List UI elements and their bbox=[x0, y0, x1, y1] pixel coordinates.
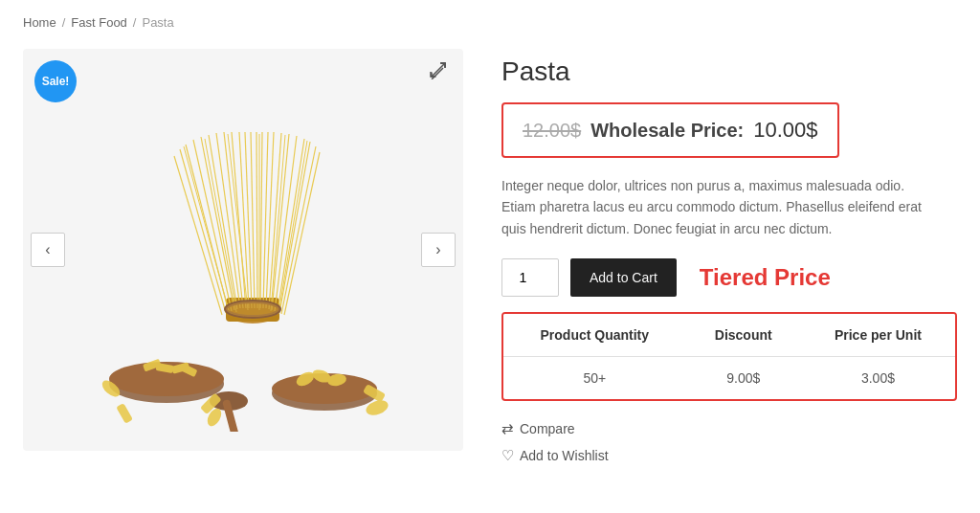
breadcrumb-sep-2: / bbox=[133, 15, 137, 30]
svg-point-47 bbox=[226, 301, 279, 317]
product-title: Pasta bbox=[501, 56, 957, 87]
compare-label: Compare bbox=[520, 421, 575, 436]
add-to-cart-row: Add to Cart Tiered Price bbox=[501, 258, 957, 297]
expand-icon[interactable] bbox=[429, 60, 452, 83]
wishlist-label: Add to Wishlist bbox=[520, 448, 609, 463]
quantity-input[interactable] bbox=[501, 258, 559, 297]
current-price: 10.00$ bbox=[753, 118, 817, 143]
breadcrumb-current: Pasta bbox=[142, 15, 173, 30]
product-info-section: Pasta 12.00$ Wholesale Price: 10.00$ Int… bbox=[501, 49, 957, 464]
col-header-quantity: Product Quantity bbox=[503, 314, 686, 357]
compare-icon: ⇄ bbox=[501, 420, 514, 437]
next-button[interactable]: › bbox=[421, 233, 456, 267]
breadcrumb: Home / Fast Food / Pasta bbox=[23, 15, 957, 30]
prev-button[interactable]: ‹ bbox=[31, 233, 65, 267]
product-image-container bbox=[23, 49, 463, 451]
tiered-table-body: 50+9.00$3.00$ bbox=[503, 357, 955, 400]
col-header-price: Price per Unit bbox=[801, 314, 955, 357]
wishlist-icon: ♡ bbox=[501, 447, 514, 464]
product-layout: Sale! bbox=[23, 49, 957, 464]
price-box: 12.00$ Wholesale Price: 10.00$ bbox=[501, 102, 839, 158]
sale-badge: Sale! bbox=[34, 60, 77, 102]
page-wrapper: Home / Fast Food / Pasta Sale! bbox=[0, 0, 980, 480]
action-links: ⇄ Compare ♡ Add to Wishlist bbox=[501, 420, 957, 464]
product-image bbox=[80, 68, 406, 432]
svg-line-0 bbox=[432, 63, 445, 77]
original-price: 12.00$ bbox=[523, 120, 581, 142]
table-cell-discount: 9.00$ bbox=[686, 357, 801, 400]
prev-icon: ‹ bbox=[45, 241, 50, 258]
table-cell-quantity: 50+ bbox=[503, 357, 686, 400]
breadcrumb-home[interactable]: Home bbox=[23, 15, 56, 30]
wholesale-label: Wholesale Price: bbox=[590, 120, 744, 142]
compare-link[interactable]: ⇄ Compare bbox=[501, 420, 957, 437]
table-cell-price_per_unit: 3.00$ bbox=[801, 357, 955, 400]
wishlist-link[interactable]: ♡ Add to Wishlist bbox=[501, 447, 957, 464]
col-header-discount: Discount bbox=[686, 314, 801, 357]
product-image-section: Sale! bbox=[23, 49, 463, 451]
table-header-row: Product Quantity Discount Price per Unit bbox=[503, 314, 955, 357]
product-description: Integer neque dolor, ultrices non purus … bbox=[501, 175, 942, 239]
tiered-price-table-wrapper: Product Quantity Discount Price per Unit… bbox=[501, 312, 957, 401]
add-to-cart-button[interactable]: Add to Cart bbox=[570, 258, 677, 297]
next-icon: › bbox=[435, 241, 440, 258]
breadcrumb-sep-1: / bbox=[62, 15, 66, 30]
breadcrumb-category[interactable]: Fast Food bbox=[71, 15, 127, 30]
tiered-price-table: Product Quantity Discount Price per Unit… bbox=[503, 314, 955, 399]
tiered-price-label: Tiered Price bbox=[700, 264, 831, 291]
table-row: 50+9.00$3.00$ bbox=[503, 357, 955, 400]
